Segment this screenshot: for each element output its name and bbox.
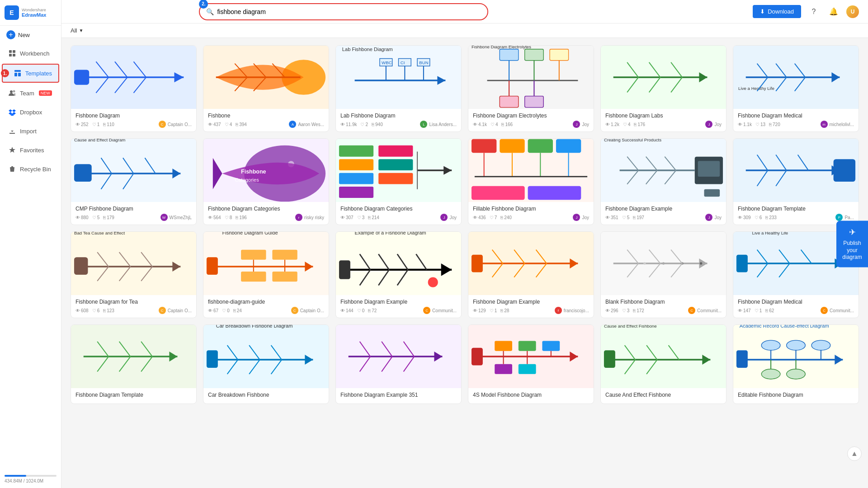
author-avatar: f <box>555 307 562 314</box>
notification-button[interactable]: 🔔 <box>826 5 841 19</box>
template-card[interactable]: Fishbone Diagram 👁 252 ♡ 1 ⎘ 110 C Capta… <box>71 45 197 132</box>
views-count: 👁 880 <box>75 215 89 220</box>
card-title: Fishbone Diagram Example <box>473 299 589 305</box>
author-name: Captain O... <box>168 122 192 127</box>
svg-rect-247 <box>601 325 726 388</box>
eye-icon: 👁 <box>605 308 610 313</box>
card-meta: 👁 307 ♡ 3 ⎘ 214 J Joy <box>340 214 457 221</box>
author-name: WSmeZhjL <box>170 215 192 220</box>
svg-rect-4 <box>9 54 12 56</box>
help-button[interactable]: ? <box>807 5 821 19</box>
copy-icon: ⎘ <box>103 215 106 220</box>
author-avatar: C <box>423 307 430 314</box>
sidebar: E Wondershare EdrawMax + New Workbench 1… <box>0 0 61 488</box>
heart-icon: ♡ <box>755 215 759 220</box>
svg-rect-237 <box>495 341 512 351</box>
author-avatar: C <box>821 307 828 314</box>
template-card[interactable]: Fishbone Diagram Categories 👁 307 ♡ 3 ⎘ … <box>335 138 462 225</box>
sidebar-item-team[interactable]: Team NEW <box>2 84 59 102</box>
sidebar-item-templates[interactable]: Templates <box>2 64 59 83</box>
likes-count: ♡ 13 <box>755 122 765 127</box>
likes-count: ♡ 0 <box>357 308 365 313</box>
svg-text:Bad Tea Cause and Effect: Bad Tea Cause and Effect <box>74 232 125 235</box>
template-card[interactable]: Fishbone 👁 437 ♡ 4 ⎘ 394 A Aaron Wes... <box>203 45 329 132</box>
template-card[interactable]: Live a Healthy Life Fishbone Diagram Med… <box>733 45 859 132</box>
template-card[interactable]: Cause and Effect Diagram CMP Fishbone Di… <box>71 138 197 225</box>
sidebar-item-workbench[interactable]: Workbench <box>2 45 59 62</box>
views-count: 👁 67 <box>208 308 218 313</box>
logo-icon: E <box>5 5 19 20</box>
author-name: Communit... <box>697 308 722 313</box>
card-author: C Communit... <box>821 307 854 314</box>
card-preview <box>336 139 461 202</box>
card-preview: Live a Healthy Life <box>733 46 859 109</box>
card-preview: Bad Tea Cause and Effect <box>71 232 196 295</box>
author-avatar: C <box>159 121 166 128</box>
filter-all-button[interactable]: All ▼ <box>71 27 83 34</box>
card-author: J Joy <box>705 121 722 128</box>
copy-icon: ⎘ <box>501 122 504 127</box>
new-label: New <box>18 32 30 38</box>
card-preview <box>733 139 859 202</box>
template-card[interactable]: Lab Fishbone Diagram WBC CI BUN Lab Fish… <box>335 45 462 132</box>
author-avatar: J <box>440 214 448 221</box>
card-title: 4S Model Fishbone Diagram <box>473 392 589 398</box>
author-name: risky risky <box>304 215 324 220</box>
template-card[interactable]: Blank Fishbone Diagram 👁 296 ♡ 3 ⎘ 172 C… <box>600 231 726 318</box>
svg-rect-240 <box>495 364 512 374</box>
sidebar-item-recycle[interactable]: Recycle Bin <box>2 160 59 178</box>
template-card[interactable]: Fishbone Diagram Electrolytes Fishbone D… <box>468 45 594 132</box>
card-info: Lab Fishbone Diagram 👁 11.9k ♡ 2 ⎘ 940 L… <box>336 109 461 131</box>
template-card[interactable]: Creating Successful Products Fishbone Di… <box>600 138 726 225</box>
svg-rect-95 <box>378 159 413 170</box>
eye-icon: 👁 <box>75 122 80 127</box>
template-card[interactable]: 4S Model Fishbone Diagram <box>468 324 594 404</box>
template-card[interactable]: Fishbone Diagram Template 👁 309 ♡ 6 ⎘ 23… <box>733 138 859 225</box>
scroll-top-button[interactable]: ▲ <box>847 446 862 461</box>
template-card[interactable]: Fishbone Diagram Labs 👁 1.2k ♡ 4 ⎘ 176 J… <box>600 45 726 132</box>
svg-rect-103 <box>500 139 524 153</box>
card-title: fishbone-diagram-guide <box>208 299 324 305</box>
template-card[interactable]: Fishbone Categories Fishbone Diagram Cat… <box>203 138 329 225</box>
svg-text:Cause and Effect Fishbone: Cause and Effect Fishbone <box>604 325 657 328</box>
card-title: Fishbone Diagram Categories <box>208 206 324 212</box>
card-meta: 👁 880 ♡ 5 ⎘ 179 W WSmeZhjL <box>75 214 192 221</box>
new-button[interactable]: + New <box>0 26 61 44</box>
recycle-label: Recycle Bin <box>20 166 51 173</box>
card-preview: Lab Fishbone Diagram WBC CI BUN <box>336 46 461 109</box>
user-avatar[interactable]: U <box>846 5 859 18</box>
svg-text:CI: CI <box>401 60 405 65</box>
svg-text:Cause and Effect Diagram: Cause and Effect Diagram <box>74 139 125 142</box>
publish-panel[interactable]: ✈ Publish your diagram <box>836 221 868 267</box>
likes-count: ♡ 0 <box>222 308 230 313</box>
views-count: 👁 608 <box>75 308 89 313</box>
download-button[interactable]: ⬇ Download <box>753 5 801 18</box>
template-card[interactable]: Fishbone Diagram Guide fishbone-diagram-… <box>203 231 329 318</box>
svg-rect-112 <box>528 186 581 200</box>
svg-text:Lab Fishbone Diagram: Lab Fishbone Diagram <box>342 47 393 52</box>
template-card[interactable]: Academic Record Cause-effect Diagram Edi… <box>733 324 859 404</box>
sidebar-item-favorites[interactable]: Favorites <box>2 141 59 159</box>
template-card[interactable]: Fishbone Diagram Example 351 <box>335 324 462 404</box>
template-card[interactable]: Example of a Fishbone Diagram Fishbone D… <box>335 231 462 318</box>
template-card[interactable]: Car Breakdown Fishbone Diagram Car Break… <box>203 324 329 404</box>
svg-rect-152 <box>241 272 266 282</box>
svg-text:Creating Successful Products: Creating Successful Products <box>604 139 661 142</box>
template-card[interactable]: Fishbone Diagram Example 👁 129 ♡ 1 ⎘ 28 … <box>468 231 594 318</box>
template-card[interactable]: Bad Tea Cause and Effect Fishbone Diagra… <box>71 231 197 318</box>
author-avatar: J <box>705 214 712 221</box>
template-card[interactable]: Fillable Fishbone Diagram 👁 436 ♡ 7 ⎘ 24… <box>468 138 594 225</box>
sidebar-item-import[interactable]: Import <box>2 122 59 140</box>
author-name: Lisa Anders... <box>429 122 457 127</box>
card-title: Fishbone Diagram <box>75 113 192 119</box>
sidebar-item-dropbox[interactable]: Dropbox <box>2 103 59 121</box>
template-card[interactable]: Fishbone Diagram Template <box>71 324 197 404</box>
svg-rect-90 <box>339 145 373 157</box>
svg-text:Example of a Fishbone Diagram: Example of a Fishbone Diagram <box>355 232 426 235</box>
search-input[interactable] <box>201 5 486 19</box>
card-title: Fishbone Diagram Labs <box>605 113 722 119</box>
template-card[interactable]: Cause and Effect Fishbone Cause And Effe… <box>600 324 726 404</box>
copies-count: ⎘ 214 <box>368 215 379 220</box>
topbar-right: ⬇ Download ? 🔔 U <box>753 5 859 19</box>
copies-count: ⎘ 166 <box>501 122 513 127</box>
